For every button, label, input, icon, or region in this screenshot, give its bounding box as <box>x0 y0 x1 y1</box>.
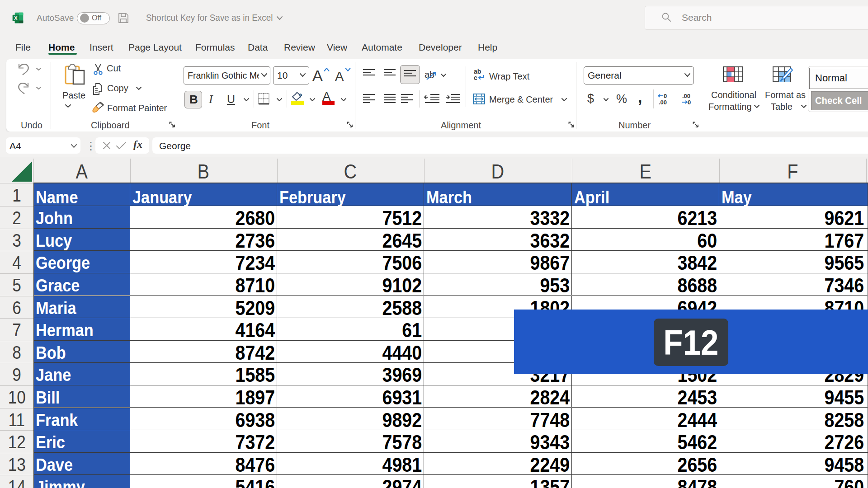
svg-text:.00: .00 <box>659 99 667 106</box>
svg-text:X: X <box>14 15 18 21</box>
svg-text:0: 0 <box>664 93 667 99</box>
svg-text:.00: .00 <box>682 93 690 99</box>
svg-text:0: 0 <box>688 99 691 106</box>
svg-text:c: c <box>474 74 477 81</box>
